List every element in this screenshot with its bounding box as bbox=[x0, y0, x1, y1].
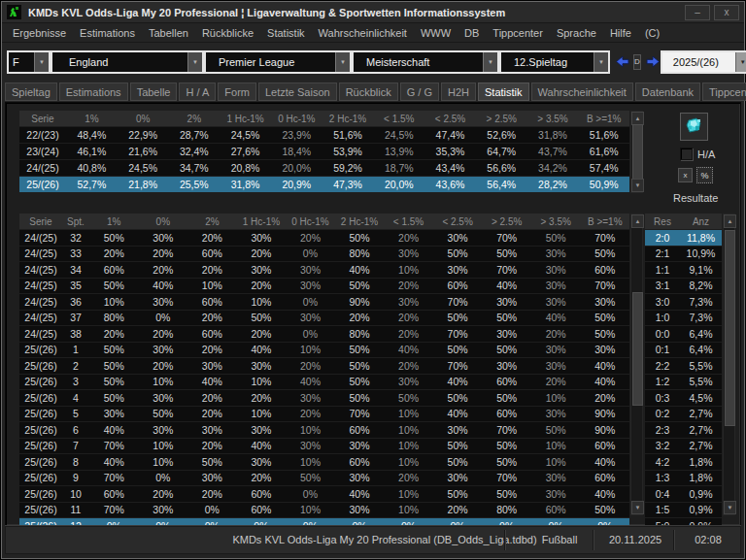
table-row[interactable]: 0:1 6,4% bbox=[645, 342, 722, 358]
table-row[interactable]: 0:2 2,7% bbox=[645, 406, 722, 422]
scrollbar-thumb[interactable] bbox=[632, 124, 643, 181]
chevron-down-icon[interactable]: ▼ bbox=[483, 52, 497, 72]
tab[interactable]: H2H bbox=[441, 82, 476, 101]
chevron-down-icon[interactable]: ▼ bbox=[735, 52, 746, 72]
chevron-down-icon[interactable]: ▼ bbox=[187, 52, 202, 72]
sport-combo[interactable]: F ▼ bbox=[7, 50, 51, 74]
table-row[interactable]: 24/(25) 37 80%0%20%50%30%20%20%50%50%40%… bbox=[19, 310, 629, 326]
menu-item[interactable]: Wahrscheinlichkeit bbox=[312, 25, 414, 41]
ha-checkbox[interactable] bbox=[680, 148, 693, 160]
league-combo[interactable]: Premier League ▼ bbox=[204, 50, 352, 74]
table-row[interactable]: 4:2 1,8% bbox=[645, 453, 722, 470]
tab[interactable]: Statistik bbox=[478, 82, 529, 101]
result-table-scrollbar[interactable]: ▲ ▼ bbox=[723, 214, 735, 515]
table-row[interactable]: 1:5 0,9% bbox=[645, 502, 722, 518]
scroll-up-icon[interactable]: ▲ bbox=[631, 112, 644, 125]
table-row[interactable]: 24/(25) 32 50%30%20%30%20%50%20%30%70%50… bbox=[19, 229, 629, 246]
season-combo[interactable]: 2025/(26) ▼ bbox=[661, 50, 746, 74]
percent-mode-button[interactable]: % bbox=[696, 167, 713, 183]
table-row[interactable]: 25/(26) 4 50%30%20%20%30%50%50%50%50%10%… bbox=[19, 389, 629, 406]
chevron-down-icon[interactable]: ▼ bbox=[335, 52, 350, 72]
detail-table-scrollbar[interactable]: ▲ ▼ bbox=[630, 214, 643, 515]
table-row[interactable]: 0:4 0,9% bbox=[645, 485, 722, 502]
tab[interactable]: Rückblick bbox=[339, 82, 398, 101]
minimize-button[interactable]: – bbox=[685, 5, 710, 20]
table-row[interactable]: 2:0 11,8% bbox=[645, 229, 722, 246]
table-row[interactable]: 25/(26) 6 40%30%30%30%10%60%10%30%70%50%… bbox=[19, 421, 629, 438]
table-row[interactable]: 0:0 6,4% bbox=[645, 325, 722, 342]
scroll-down-icon[interactable]: ▼ bbox=[631, 179, 644, 192]
table-row[interactable]: 24/(25) 35 50%40%10%20%30%50%20%60%40%30… bbox=[19, 278, 629, 294]
menu-item[interactable]: Statistik bbox=[260, 25, 312, 41]
table-row[interactable]: 25/(26) 5 30%50%20%10%20%70%10%40%60%30%… bbox=[19, 406, 629, 422]
country-combo[interactable]: England ▼ bbox=[51, 50, 204, 74]
table-row[interactable]: 25/(26) 9 70%0%30%20%50%30%20%30%70%30%6… bbox=[19, 470, 629, 486]
table-row[interactable]: 25/(26) 10 60%20%20%60%0%40%10%50%50%30%… bbox=[19, 485, 629, 502]
table-row[interactable]: 25/(26) 11 70%30%0%60%10%30%10%20%80%60%… bbox=[19, 502, 629, 518]
prev-matchday-button[interactable] bbox=[615, 53, 629, 70]
table-row[interactable]: 24/(25) 36 10%30%60%10%0%90%30%70%30%30%… bbox=[19, 293, 629, 310]
gem-button[interactable] bbox=[680, 113, 708, 141]
menu-item[interactable]: Tabellen bbox=[142, 25, 195, 41]
tab[interactable]: Spieltag bbox=[5, 82, 57, 101]
tab[interactable]: H / A bbox=[179, 82, 216, 101]
ha-option[interactable]: H/A bbox=[680, 148, 715, 160]
menu-item[interactable]: Ergebnisse bbox=[6, 25, 73, 41]
chevron-down-icon[interactable]: ▼ bbox=[34, 52, 49, 72]
table-row[interactable]: 23/(24) 46,1%21,6%32,4%27,6%18,4%53,9%13… bbox=[19, 143, 629, 159]
table-row[interactable]: 2:2 5,5% bbox=[645, 357, 722, 374]
table-row[interactable]: 25/(26) 2 50%20%30%30%20%50%20%70%30%30%… bbox=[19, 357, 629, 374]
scroll-up-icon[interactable]: ▲ bbox=[631, 214, 644, 228]
menu-item[interactable]: (C) bbox=[638, 25, 666, 41]
percent-cell: 50% bbox=[335, 360, 385, 372]
menu-item[interactable]: DB bbox=[458, 25, 486, 41]
scroll-down-icon[interactable]: ▼ bbox=[724, 501, 736, 514]
next-matchday-button[interactable] bbox=[646, 53, 661, 70]
table-row[interactable]: 1:2 5,5% bbox=[645, 374, 722, 390]
table-row[interactable]: 24/(25) 38 20%20%60%20%0%80%20%70%30%20%… bbox=[19, 325, 629, 342]
chevron-down-icon[interactable]: ▼ bbox=[593, 52, 608, 72]
tab[interactable]: Datenbank bbox=[635, 82, 700, 101]
menu-item[interactable]: WWW bbox=[414, 25, 458, 41]
table-row[interactable]: 25/(26) 7 70%10%20%40%30%30%10%50%50%10%… bbox=[19, 438, 629, 454]
scroll-down-icon[interactable]: ▼ bbox=[631, 501, 644, 514]
table-row[interactable]: 0:3 4,5% bbox=[645, 389, 722, 406]
tab[interactable]: Form bbox=[218, 82, 256, 101]
tab[interactable]: Tippcenter bbox=[702, 82, 746, 101]
table-row[interactable]: 24/(25) 33 20%20%60%20%0%80%30%50%50%30%… bbox=[19, 246, 629, 262]
menu-item[interactable]: Estimations bbox=[73, 25, 142, 41]
summary-table-scrollbar[interactable]: ▲ ▼ bbox=[630, 111, 643, 193]
table-row[interactable]: 1:3 1,8% bbox=[645, 470, 722, 486]
d-button[interactable]: D bbox=[633, 54, 641, 70]
table-row[interactable]: 24/(25) 34 60%20%20%30%30%40%10%30%70%30… bbox=[19, 261, 629, 278]
close-button[interactable]: x bbox=[714, 5, 739, 20]
table-row[interactable]: 3:2 2,7% bbox=[645, 438, 722, 454]
table-row[interactable]: 25/(26) 8 40%10%50%30%10%60%10%50%50%10%… bbox=[19, 453, 629, 470]
tab[interactable]: Letzte Saison bbox=[258, 82, 337, 101]
table-row[interactable]: 3:1 8,2% bbox=[645, 278, 722, 294]
table-row[interactable]: 3:0 7,3% bbox=[645, 293, 722, 310]
matchday-combo[interactable]: 12.Spieltag ▼ bbox=[499, 50, 610, 74]
tab[interactable]: Estimations bbox=[59, 82, 128, 101]
table-row[interactable]: 25/(26) 1 50%30%20%40%10%50%40%50%50%30%… bbox=[19, 342, 629, 358]
table-row[interactable]: 22/(23) 48,4%22,9%28,7%24,5%23,9%51,6%24… bbox=[19, 126, 629, 143]
table-row[interactable]: 1:0 7,3% bbox=[645, 310, 722, 326]
tab[interactable]: Wahrscheinlichkeit bbox=[531, 82, 633, 101]
menu-item[interactable]: Sprache bbox=[550, 25, 603, 41]
table-row[interactable]: 24/(25) 40,8%24,5%34,7%20,8%20,0%59,2%18… bbox=[19, 159, 629, 176]
menu-item[interactable]: Rückblicke bbox=[195, 25, 260, 41]
tab[interactable]: G / G bbox=[400, 82, 439, 101]
table-row[interactable]: 2:1 10,9% bbox=[645, 246, 722, 262]
table-row[interactable]: 25/(26) 3 50%10%40%10%40%50%30%40%60%20%… bbox=[19, 374, 629, 390]
scroll-up-icon[interactable]: ▲ bbox=[724, 214, 736, 228]
tab[interactable]: Tabelle bbox=[130, 82, 178, 101]
scrollbar-thumb[interactable] bbox=[725, 230, 735, 426]
table-row[interactable]: 2:3 2,7% bbox=[645, 421, 722, 438]
table-row[interactable]: 1:1 9,1% bbox=[645, 261, 722, 278]
table-row[interactable]: 25/(26) 52,7%21,8%25,5%31,8%20,9%47,3%20… bbox=[19, 176, 629, 192]
scrollbar-thumb[interactable] bbox=[632, 292, 643, 406]
menu-item[interactable]: Hilfe bbox=[603, 25, 638, 41]
competition-combo[interactable]: Meisterschaft ▼ bbox=[352, 50, 499, 74]
menu-item[interactable]: Tippcenter bbox=[486, 25, 550, 41]
x-mode-button[interactable]: x bbox=[678, 168, 693, 182]
